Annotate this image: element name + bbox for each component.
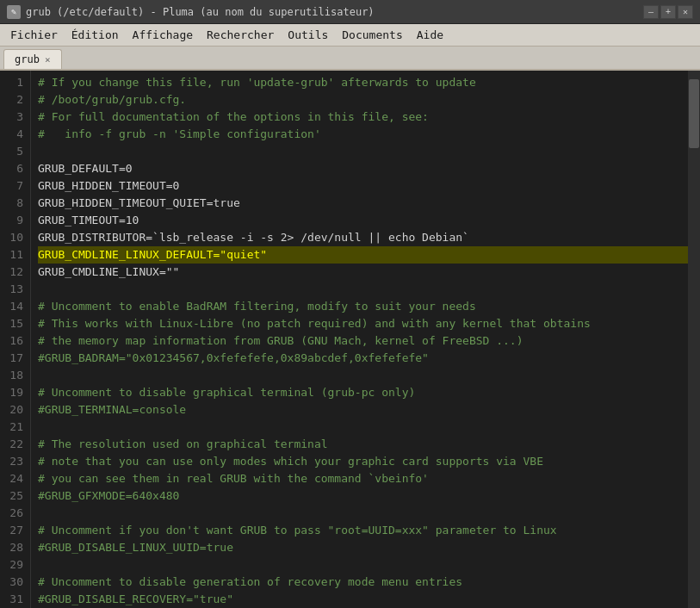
line-number-26: 26 [0, 505, 30, 522]
code-line-15: # This works with Linux-Libre (no patch … [38, 315, 688, 332]
titlebar: ✎ grub (/etc/default) - Pluma (au nom du… [0, 0, 700, 24]
code-line-27: # Uncomment if you don't want GRUB to pa… [38, 522, 688, 539]
line-number-9: 9 [0, 212, 30, 229]
menubar-item-outils[interactable]: Outils [281, 26, 335, 44]
menubar-item-documents[interactable]: Documents [335, 26, 409, 44]
menubar-item-aide[interactable]: Aide [410, 26, 450, 44]
code-line-20: #GRUB_TERMINAL=console [38, 401, 688, 419]
code-line-3: # For full documentation of the options … [38, 109, 688, 126]
tab-close-button[interactable]: × [45, 54, 51, 65]
line-number-2: 2 [0, 91, 30, 109]
line-number-19: 19 [0, 384, 30, 401]
code-line-8: GRUB_HIDDEN_TIMEOUT_QUIET=true [38, 195, 688, 212]
code-line-31: #GRUB_DISABLE_RECOVERY="true" [38, 591, 688, 608]
line-number-1: 1 [0, 74, 30, 91]
line-number-14: 14 [0, 298, 30, 315]
code-line-6: GRUB_DEFAULT=0 [38, 160, 688, 177]
menubar: FichierÉditionAffichageRechercherOutilsD… [0, 24, 700, 47]
line-number-15: 15 [0, 315, 30, 332]
code-line-26 [38, 505, 688, 522]
line-number-11: 11 [0, 246, 30, 264]
line-number-25: 25 [0, 487, 30, 505]
titlebar-left: ✎ grub (/etc/default) - Pluma (au nom du… [7, 5, 375, 19]
line-number-22: 22 [0, 436, 30, 453]
code-line-29 [38, 556, 688, 574]
line-number-18: 18 [0, 367, 30, 384]
line-number-31: 31 [0, 591, 30, 608]
line-number-4: 4 [0, 126, 30, 143]
code-line-4: # info -f grub -n 'Simple configuration' [38, 126, 688, 143]
line-number-20: 20 [0, 401, 30, 419]
code-line-1: # If you change this file, run 'update-g… [38, 74, 688, 91]
line-number-30: 30 [0, 574, 30, 591]
line-number-5: 5 [0, 143, 30, 160]
code-line-28: #GRUB_DISABLE_LINUX_UUID=true [38, 539, 688, 556]
line-number-13: 13 [0, 281, 30, 298]
line-number-7: 7 [0, 177, 30, 195]
line-number-29: 29 [0, 556, 30, 574]
menubar-item-fichier[interactable]: Fichier [3, 26, 65, 44]
line-numbers: 1234567891011121314151617181920212223242… [0, 71, 31, 608]
close-button[interactable]: ✕ [678, 5, 693, 19]
menubar-item-édition[interactable]: Édition [65, 26, 126, 44]
line-number-3: 3 [0, 109, 30, 126]
code-line-9: GRUB_TIMEOUT=10 [38, 212, 688, 229]
line-number-8: 8 [0, 195, 30, 212]
menubar-item-affichage[interactable]: Affichage [126, 26, 200, 44]
line-number-6: 6 [0, 160, 30, 177]
code-line-16: # the memory map information from GRUB (… [38, 332, 688, 350]
maximize-button[interactable]: + [660, 5, 676, 19]
code-line-21 [38, 419, 688, 436]
line-number-27: 27 [0, 522, 30, 539]
line-number-24: 24 [0, 470, 30, 487]
code-line-2: # /boot/grub/grub.cfg. [38, 91, 688, 109]
tab-label: grub [15, 53, 40, 65]
titlebar-title: grub (/etc/default) - Pluma (au nom du s… [26, 6, 375, 18]
editor[interactable]: 1234567891011121314151617181920212223242… [0, 71, 700, 608]
line-number-16: 16 [0, 332, 30, 350]
line-number-23: 23 [0, 453, 30, 470]
scrollbar[interactable] [688, 71, 700, 608]
tabbar: grub × [0, 47, 700, 71]
code-line-30: # Uncomment to disable generation of rec… [38, 574, 688, 591]
line-number-12: 12 [0, 264, 30, 281]
code-line-10: GRUB_DISTRIBUTOR=`lsb_release -i -s 2> /… [38, 229, 688, 246]
code-line-19: # Uncomment to disable graphical termina… [38, 384, 688, 401]
tab-grub[interactable]: grub × [3, 49, 62, 69]
menubar-item-rechercher[interactable]: Rechercher [200, 26, 281, 44]
code-line-25: #GRUB_GFXMODE=640x480 [38, 487, 688, 505]
code-line-17: #GRUB_BADRAM="0x01234567,0xfefefefe,0x89… [38, 350, 688, 367]
code-line-23: # note that you can use only modes which… [38, 453, 688, 470]
code-line-11: GRUB_CMDLINE_LINUX_DEFAULT="quiet" [38, 246, 688, 264]
code-line-5 [38, 143, 688, 160]
scrollbar-thumb[interactable] [689, 79, 699, 148]
titlebar-controls: – + ✕ [643, 5, 693, 19]
line-number-10: 10 [0, 229, 30, 246]
code-area[interactable]: # If you change this file, run 'update-g… [31, 71, 688, 608]
code-line-22: # The resolution used on graphical termi… [38, 436, 688, 453]
minimize-button[interactable]: – [643, 5, 659, 19]
code-line-7: GRUB_HIDDEN_TIMEOUT=0 [38, 177, 688, 195]
code-line-18 [38, 367, 688, 384]
code-line-14: # Uncomment to enable BadRAM filtering, … [38, 298, 688, 315]
line-number-28: 28 [0, 539, 30, 556]
code-line-13 [38, 281, 688, 298]
code-line-24: # you can see them in real GRUB with the… [38, 470, 688, 487]
line-number-17: 17 [0, 350, 30, 367]
app-icon: ✎ [7, 5, 21, 19]
line-number-21: 21 [0, 419, 30, 436]
code-line-12: GRUB_CMDLINE_LINUX="" [38, 264, 688, 281]
